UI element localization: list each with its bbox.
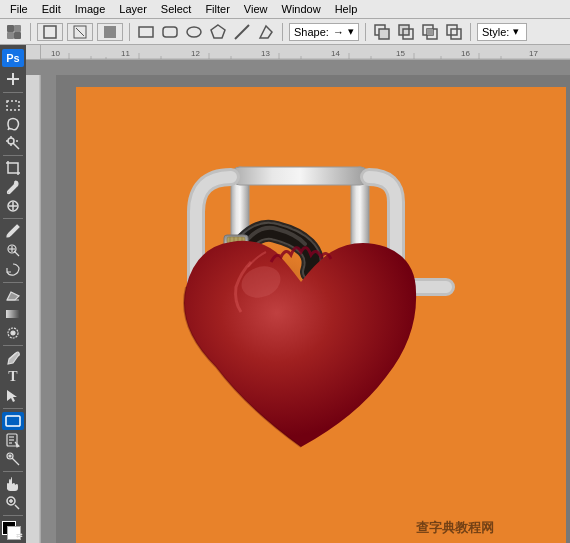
menu-image[interactable]: Image <box>69 2 112 16</box>
shape-layer-btn[interactable] <box>37 23 63 41</box>
svg-marker-40 <box>7 390 17 402</box>
svg-text:15: 15 <box>396 49 405 58</box>
tool-sep-1 <box>3 92 23 93</box>
svg-text:10: 10 <box>51 49 60 58</box>
watermark-text: 查字典教程网 <box>416 520 494 535</box>
tool-sep-7 <box>3 471 23 472</box>
lasso-tool[interactable] <box>2 115 24 133</box>
eraser-tool[interactable] <box>2 285 24 303</box>
exclude-shape-icon[interactable] <box>444 22 464 42</box>
style-dropdown[interactable]: Style: ▾ <box>477 23 527 41</box>
sep2 <box>129 23 130 41</box>
sep3 <box>282 23 283 41</box>
menu-select[interactable]: Select <box>155 2 198 16</box>
rounded-rect-icon[interactable] <box>160 22 180 42</box>
path-btn[interactable] <box>67 23 93 41</box>
sep1 <box>30 23 31 41</box>
magic-wand-tool[interactable] <box>2 134 24 152</box>
svg-point-24 <box>8 138 14 144</box>
marquee-tool[interactable] <box>2 96 24 114</box>
shape-arrow-icon: → <box>333 26 344 38</box>
menu-edit[interactable]: Edit <box>36 2 67 16</box>
svg-line-11 <box>235 25 249 39</box>
svg-rect-6 <box>104 26 116 38</box>
notes-tool[interactable] <box>2 431 24 449</box>
rectangle-tool-icon[interactable] <box>136 22 156 42</box>
zoom-tool[interactable] <box>2 494 24 512</box>
canvas-area: 10 11 12 13 14 15 16 17 <box>26 45 570 543</box>
svg-point-9 <box>187 27 201 37</box>
svg-text:12: 12 <box>191 49 200 58</box>
svg-rect-19 <box>447 25 457 35</box>
polygon-icon[interactable] <box>208 22 228 42</box>
svg-rect-4 <box>44 26 56 38</box>
blur-tool[interactable] <box>2 324 24 342</box>
svg-point-47 <box>9 455 11 457</box>
sep4 <box>365 23 366 41</box>
clone-tool[interactable] <box>2 241 24 259</box>
color-picker[interactable]: ⇄ <box>2 521 24 539</box>
tool-sep-2 <box>3 155 23 156</box>
crop-tool[interactable] <box>2 159 24 177</box>
shape-dropdown[interactable]: Shape: → ▾ <box>289 23 359 41</box>
intersect-shape-icon[interactable] <box>420 22 440 42</box>
eyedropper-tool[interactable] <box>2 178 24 196</box>
heart-illustration: 查字典教程网 <box>76 87 566 544</box>
subtract-shape-icon[interactable] <box>396 22 416 42</box>
custom-shape-icon[interactable] <box>256 22 276 42</box>
svg-point-39 <box>11 331 15 335</box>
measure-tool[interactable] <box>2 450 24 468</box>
fill-pixels-btn[interactable] <box>97 23 123 41</box>
menu-window[interactable]: Window <box>276 2 327 16</box>
text-tool[interactable]: T <box>2 368 24 386</box>
shape-dropdown-label: Shape: <box>294 26 329 38</box>
menu-view[interactable]: View <box>238 2 274 16</box>
svg-line-23 <box>13 143 19 149</box>
sep5 <box>470 23 471 41</box>
menu-layer[interactable]: Layer <box>113 2 153 16</box>
path-select-tool[interactable] <box>2 387 24 405</box>
menu-bar: File Edit Image Layer Select Filter View… <box>0 0 570 19</box>
svg-rect-14 <box>399 25 409 35</box>
shape-tool[interactable] <box>2 412 24 430</box>
tool-sep-5 <box>3 345 23 346</box>
ruler-top: 10 11 12 13 14 15 16 17 <box>26 45 570 60</box>
svg-text:11: 11 <box>121 49 130 58</box>
style-dropdown-label: Style: <box>482 26 510 38</box>
svg-rect-7 <box>139 27 153 37</box>
healing-tool[interactable] <box>2 197 24 215</box>
svg-rect-0 <box>7 25 14 32</box>
canvas-viewport[interactable]: 查字典教程网 <box>56 75 570 543</box>
svg-rect-1 <box>14 25 21 32</box>
text-icon: T <box>8 369 17 385</box>
main-area: Ps <box>0 45 570 543</box>
move-tool[interactable] <box>2 71 24 89</box>
svg-marker-21 <box>7 73 19 85</box>
ps-logo: Ps <box>2 49 24 67</box>
hand-tool[interactable] <box>2 475 24 493</box>
svg-rect-41 <box>6 416 20 426</box>
ruler-left <box>26 75 41 543</box>
ellipse-icon[interactable] <box>184 22 204 42</box>
pen-tool[interactable] <box>2 349 24 367</box>
toolbar: Ps <box>0 45 26 543</box>
menu-file[interactable]: File <box>4 2 34 16</box>
svg-text:14: 14 <box>331 49 340 58</box>
menu-help[interactable]: Help <box>329 2 364 16</box>
tool-preset-icon[interactable] <box>4 22 24 42</box>
gradient-tool[interactable] <box>2 305 24 323</box>
svg-point-29 <box>8 192 10 194</box>
options-bar: Shape: → ▾ Style: ▾ <box>0 19 570 45</box>
add-shape-icon[interactable] <box>372 22 392 42</box>
menu-filter[interactable]: Filter <box>199 2 235 16</box>
svg-text:13: 13 <box>261 49 270 58</box>
tool-sep-6 <box>3 408 23 409</box>
tool-sep-3 <box>3 218 23 219</box>
svg-text:17: 17 <box>529 49 538 58</box>
svg-rect-3 <box>14 32 21 39</box>
line-icon[interactable] <box>232 22 252 42</box>
history-brush-tool[interactable] <box>2 260 24 278</box>
brush-tool[interactable] <box>2 222 24 240</box>
svg-rect-22 <box>7 101 19 110</box>
svg-rect-80 <box>231 167 369 185</box>
